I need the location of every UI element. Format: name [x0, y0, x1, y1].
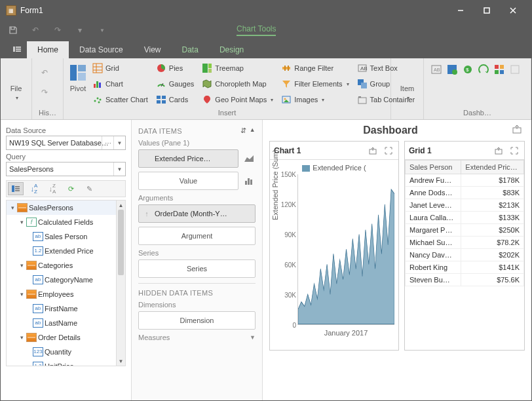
tree-firstname[interactable]: abFirstName: [7, 301, 125, 316]
tree-categoryname[interactable]: abCategoryName: [7, 273, 125, 287]
scroll-thumb[interactable]: [118, 210, 124, 275]
tree-employees[interactable]: ▾Employees: [7, 287, 125, 301]
scatter-button[interactable]: Scatter Chart: [91, 92, 149, 107]
tree-lastname[interactable]: abLastName: [7, 316, 125, 330]
value-slot-empty[interactable]: Value: [138, 172, 238, 190]
grid-col-salesperson[interactable]: Sales Person: [406, 161, 461, 174]
dashboard-export-icon[interactable]: [512, 124, 525, 137]
cards-button[interactable]: Cards: [155, 92, 196, 107]
pies-button[interactable]: Pies: [155, 61, 196, 75]
value-slot-extprice[interactable]: Extended Price…: [138, 149, 238, 168]
table-row[interactable]: Andrew Fu…$178K: [406, 174, 524, 187]
chart-export-icon[interactable]: [367, 145, 379, 157]
tree-quantity[interactable]: 123Quantity: [7, 345, 125, 359]
tree-root[interactable]: ▾SalesPersons: [7, 200, 125, 215]
grid-export-icon[interactable]: [493, 145, 504, 157]
dash-btn-5[interactable]: [493, 64, 506, 77]
query-combo[interactable]: SalesPersons ▼: [6, 162, 126, 176]
table-row[interactable]: Laura Calla…$133K: [406, 212, 524, 224]
tree-unitprice[interactable]: 1.2UnitPrice: [7, 359, 125, 366]
chart-maximize-icon[interactable]: [383, 145, 394, 157]
series-slot[interactable]: Series: [138, 259, 256, 278]
chart-plotarea[interactable]: [297, 174, 394, 325]
chart-tools-label: Chart Tools: [237, 24, 276, 36]
choropleth-button[interactable]: Choropleth Map: [200, 77, 275, 91]
tab-design[interactable]: Design: [209, 41, 254, 58]
datasource-dropdown-button[interactable]: ▼: [113, 136, 125, 149]
tab-view[interactable]: View: [134, 41, 172, 58]
svg-rect-10: [78, 73, 86, 81]
grid-button[interactable]: Grid: [91, 61, 149, 75]
file-tab-icon[interactable]: [7, 40, 27, 58]
minimize-button[interactable]: [447, 1, 474, 20]
file-button[interactable]: File▾: [5, 61, 28, 107]
data-items-pane: DATA ITEMS ⇵ ▲ Values (Pane 1) Extended …: [132, 120, 263, 401]
ytick-150k: 150K: [281, 171, 296, 178]
refresh-button[interactable]: ⟳: [63, 182, 79, 195]
quick-dropdown-icon[interactable]: ▾: [74, 24, 86, 36]
datasource-combo[interactable]: NW19 SQL Server Database… ⋯ ▼: [6, 136, 126, 150]
dash-btn-6[interactable]: [509, 64, 522, 77]
tree-extprice[interactable]: 1.2Extended Price: [7, 244, 125, 258]
argument-slot-empty[interactable]: Argument: [138, 227, 256, 245]
datasource-ellipsis-button[interactable]: ⋯: [102, 136, 113, 149]
undo-button[interactable]: ↶: [41, 68, 54, 81]
quick-more-icon[interactable]: ▼: [96, 24, 108, 36]
argument-slot-orderdate[interactable]: ↑ OrderDate (Month-Y…: [138, 204, 256, 223]
gauges-button[interactable]: Gauges: [155, 77, 196, 91]
table-row[interactable]: Robert King$141K: [406, 261, 524, 274]
undo-icon[interactable]: ↶: [29, 24, 41, 36]
tree-salesperson[interactable]: abSales Person: [7, 229, 125, 244]
table-row[interactable]: Nancy Dav…$202K: [406, 249, 524, 261]
filterelements-button[interactable]: Filter Elements▾: [280, 77, 350, 91]
tab-datasource[interactable]: Data Source: [69, 41, 134, 58]
treemap-button[interactable]: Treemap: [200, 61, 275, 75]
sort-desc-button[interactable]: ↓ZA: [45, 182, 60, 195]
dimension-slot[interactable]: Dimension: [138, 311, 256, 330]
images-button[interactable]: Images▾: [280, 92, 350, 107]
transpose-icon[interactable]: ⇵: [240, 126, 246, 135]
bar-chart-icon[interactable]: [242, 174, 256, 187]
redo-button[interactable]: ↷: [41, 88, 54, 101]
table-row[interactable]: Janet Leve…$213K: [406, 199, 524, 212]
redo-icon[interactable]: ↷: [52, 24, 64, 36]
item-button[interactable]: Item▾: [395, 61, 419, 107]
tree-calculated[interactable]: ▾fCalculated Fields: [7, 215, 125, 229]
geopoint-button[interactable]: Geo Point Maps▾: [200, 92, 275, 107]
dash-btn-1[interactable]: AB: [430, 64, 444, 77]
hidden-items-header: HIDDEN DATA ITEMS: [138, 289, 256, 297]
tab-home[interactable]: Home: [27, 41, 69, 58]
close-button[interactable]: [500, 1, 526, 20]
chart-button[interactable]: Chart: [91, 77, 149, 91]
table-row[interactable]: Michael Su…$78.2K: [406, 237, 524, 249]
pivot-button[interactable]: Pivot: [67, 61, 88, 107]
group-fields-button[interactable]: [8, 182, 24, 195]
sort-asc-button[interactable]: ↓AZ: [26, 182, 42, 195]
area-chart-icon[interactable]: [242, 152, 256, 165]
dash-btn-3[interactable]: $: [462, 64, 475, 77]
tree-scrollbar[interactable]: ▲ ▼: [116, 200, 125, 366]
table-row[interactable]: Anne Dods…$83K: [406, 187, 524, 199]
scroll-up-icon[interactable]: ▲: [117, 200, 125, 210]
grid-col-extprice[interactable]: Extended Price …: [461, 161, 524, 174]
tab-data[interactable]: Data: [172, 41, 209, 58]
values-pane-label: Values (Pane 1): [138, 139, 256, 147]
table-row[interactable]: Margaret P…$250K: [406, 224, 524, 237]
maximize-button[interactable]: [474, 1, 500, 20]
save-icon[interactable]: [7, 24, 19, 36]
tree-orderdetails[interactable]: ▾Order Details: [7, 330, 125, 345]
dash-btn-4[interactable]: [478, 64, 491, 77]
rangefilter-button[interactable]: Range Filter: [280, 61, 350, 75]
table-row[interactable]: Steven Bu…$75.6K: [406, 274, 524, 286]
dash-btn-2[interactable]: [446, 64, 459, 77]
svg-rect-54: [15, 186, 20, 187]
chart-svg: [298, 174, 394, 324]
query-dropdown-button[interactable]: ▼: [113, 162, 125, 176]
edit-button[interactable]: ✎: [81, 182, 97, 195]
grid-maximize-icon[interactable]: [508, 145, 520, 157]
tree-categories[interactable]: ▾Categories: [7, 258, 125, 273]
file-label: File: [10, 85, 22, 92]
scroll-down-icon[interactable]: ▼: [117, 356, 125, 366]
collapse-icon[interactable]: ▲: [250, 126, 256, 135]
dashboard-group-label: Dashb…: [428, 107, 527, 118]
